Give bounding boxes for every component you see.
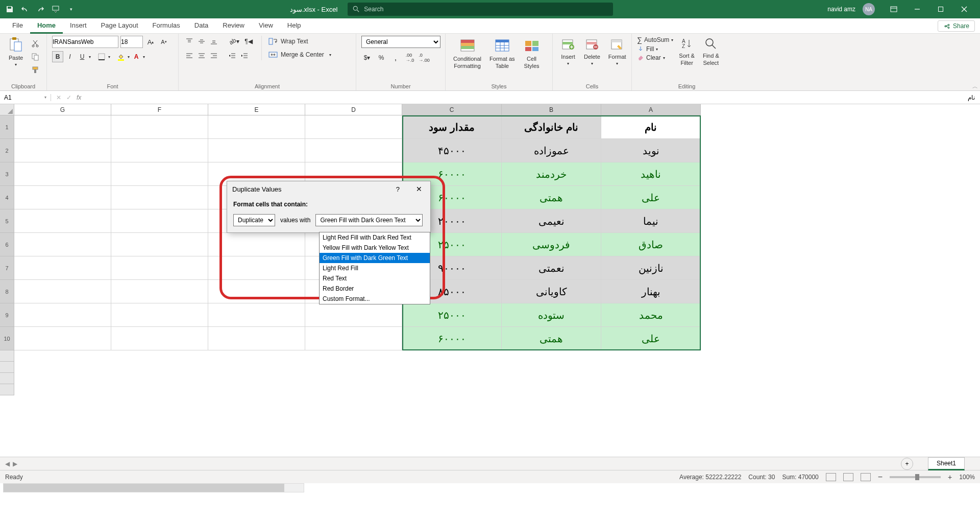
- cell-E6[interactable]: [208, 233, 305, 256]
- qat-more-icon[interactable]: [51, 5, 60, 14]
- currency-icon[interactable]: $▾: [361, 52, 373, 63]
- merge-center-button[interactable]: Merge & Center▾: [267, 49, 333, 60]
- qat-dropdown-icon[interactable]: ▾: [66, 5, 76, 14]
- ribbon-tab-data[interactable]: Data: [187, 18, 215, 34]
- row-header-1[interactable]: 1: [0, 115, 14, 139]
- ribbon-display-icon[interactable]: [882, 0, 905, 18]
- cell-F4[interactable]: [111, 186, 208, 209]
- cell-F5[interactable]: [111, 209, 208, 233]
- col-header-C[interactable]: C: [402, 104, 502, 115]
- wrap-text-button[interactable]: Wrap Text: [267, 36, 333, 47]
- ribbon-tab-page-layout[interactable]: Page Layout: [94, 18, 145, 34]
- cell-F6[interactable]: [111, 233, 208, 256]
- insert-cells-button[interactable]: Insert▾: [558, 36, 578, 67]
- cell-B2[interactable]: عموزاده: [502, 139, 601, 162]
- cell-B10[interactable]: همتی: [502, 327, 601, 350]
- bold-button[interactable]: B: [52, 51, 63, 62]
- cell-C1[interactable]: مقدار سود: [402, 115, 502, 139]
- dialog-close-button[interactable]: ✕: [413, 184, 425, 194]
- cell-A10[interactable]: علی: [601, 327, 701, 350]
- sheet-nav-last-icon[interactable]: ▶: [13, 460, 17, 467]
- zoom-in-button[interactable]: +: [948, 473, 952, 481]
- cell-B5[interactable]: نعیمی: [502, 209, 601, 233]
- save-icon[interactable]: [5, 5, 14, 14]
- cell-B1[interactable]: نام خانوادگی: [502, 115, 601, 139]
- cell-C2[interactable]: ۴۵۰۰۰: [402, 139, 502, 162]
- italic-button[interactable]: I: [64, 51, 76, 62]
- ribbon-tab-view[interactable]: View: [252, 18, 280, 34]
- cell-E7[interactable]: [208, 256, 305, 280]
- cell-B7[interactable]: نعمتی: [502, 256, 601, 280]
- col-header-F[interactable]: F: [111, 104, 208, 115]
- col-header-D[interactable]: D: [305, 104, 402, 115]
- cell-D2[interactable]: [305, 139, 402, 162]
- cell-G2[interactable]: [14, 139, 111, 162]
- cell-D1[interactable]: [305, 115, 402, 139]
- border-button[interactable]: [96, 51, 107, 62]
- conditional-formatting-button[interactable]: Conditional Formatting: [451, 36, 484, 71]
- ribbon-tab-insert[interactable]: Insert: [63, 18, 94, 34]
- cell-F3[interactable]: [111, 162, 208, 186]
- paste-button[interactable]: Paste ▾: [5, 36, 27, 68]
- cell-F10[interactable]: [111, 327, 208, 350]
- cancel-formula-icon[interactable]: ✕: [56, 94, 61, 101]
- select-all-corner[interactable]: [0, 104, 14, 115]
- cell-F7[interactable]: [111, 256, 208, 280]
- dropdown-option[interactable]: Light Red Fill: [320, 263, 430, 273]
- find-select-button[interactable]: Find & Select: [700, 36, 722, 68]
- cell-G9[interactable]: [14, 303, 111, 327]
- cell-E10[interactable]: [208, 327, 305, 350]
- maximize-button[interactable]: [929, 0, 952, 18]
- fx-icon[interactable]: fx: [77, 94, 81, 101]
- increase-decimal-icon[interactable]: .00→.0: [404, 52, 415, 63]
- col-header-G[interactable]: G: [14, 104, 111, 115]
- sheet-nav-first-icon[interactable]: ◀: [5, 460, 10, 467]
- font-family-select[interactable]: [52, 36, 118, 48]
- fill-button[interactable]: Fill▾: [637, 45, 673, 53]
- clear-button[interactable]: Clear▾: [637, 54, 673, 61]
- cell-styles-button[interactable]: Cell Styles: [521, 36, 543, 71]
- view-page-layout-icon[interactable]: [843, 473, 853, 481]
- cell-E1[interactable]: [208, 115, 305, 139]
- percent-icon[interactable]: %: [376, 52, 387, 63]
- undo-icon[interactable]: [20, 5, 30, 14]
- comma-icon[interactable]: ,: [390, 52, 401, 63]
- cell-E8[interactable]: [208, 280, 305, 303]
- cell-B4[interactable]: همتی: [502, 186, 601, 209]
- dropdown-option[interactable]: Custom Format...: [320, 294, 430, 304]
- zoom-out-button[interactable]: −: [878, 473, 883, 482]
- search-box[interactable]: Search: [348, 3, 613, 16]
- autosum-button[interactable]: ∑AutoSum▾: [637, 36, 673, 44]
- cell-C10[interactable]: ۶۰۰۰۰: [402, 327, 502, 350]
- row-header-9[interactable]: 9: [0, 303, 14, 327]
- delete-cells-button[interactable]: Delete▾: [581, 36, 603, 67]
- cell-E2[interactable]: [208, 139, 305, 162]
- redo-icon[interactable]: [36, 5, 45, 14]
- horizontal-scrollbar[interactable]: [3, 483, 304, 492]
- minimize-button[interactable]: [905, 0, 929, 18]
- view-page-break-icon[interactable]: [861, 473, 871, 481]
- row-header-8[interactable]: 8: [0, 280, 14, 303]
- cell-B8[interactable]: کاویانی: [502, 280, 601, 303]
- format-style-dropdown[interactable]: Light Red Fill with Dark Red TextYellow …: [319, 232, 430, 304]
- format-painter-icon[interactable]: [30, 64, 41, 76]
- cell-A4[interactable]: علی: [601, 186, 701, 209]
- cell-A7[interactable]: نازنین: [601, 256, 701, 280]
- format-style-select[interactable]: Green Fill with Dark Green Text: [315, 214, 423, 226]
- dialog-help-button[interactable]: ?: [393, 184, 403, 194]
- cell-A5[interactable]: نیما: [601, 209, 701, 233]
- rtl-icon[interactable]: ¶◀: [243, 36, 254, 47]
- cell-F1[interactable]: [111, 115, 208, 139]
- dropdown-option[interactable]: Red Border: [320, 284, 430, 294]
- row-header-3[interactable]: 3: [0, 162, 14, 186]
- cell-G1[interactable]: [14, 115, 111, 139]
- cell-B3[interactable]: خردمند: [502, 162, 601, 186]
- cell-G8[interactable]: [14, 280, 111, 303]
- col-header-B[interactable]: B: [502, 104, 601, 115]
- formula-input[interactable]: [86, 94, 980, 101]
- align-top-icon[interactable]: [184, 36, 195, 47]
- cell-B6[interactable]: فردوسی: [502, 233, 601, 256]
- align-middle-icon[interactable]: [196, 36, 207, 47]
- cell-G3[interactable]: [14, 162, 111, 186]
- align-bottom-icon[interactable]: [208, 36, 219, 47]
